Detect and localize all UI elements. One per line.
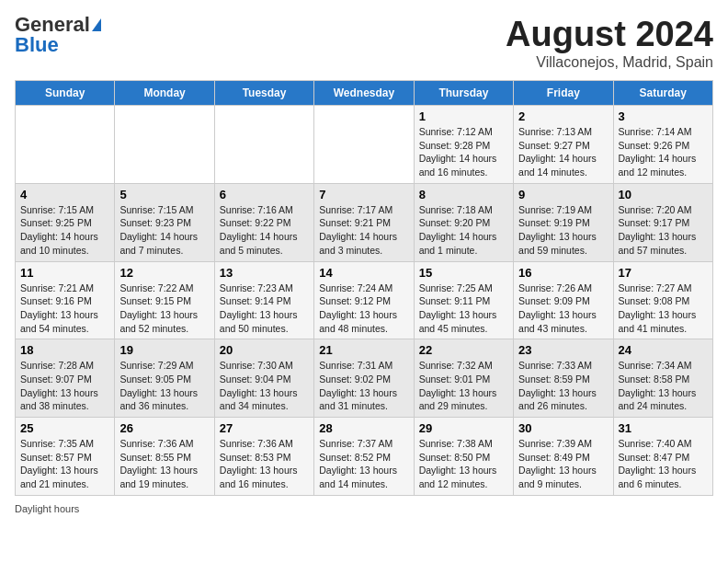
logo-general-text: General — [15, 15, 90, 35]
calendar-week-row: 1Sunrise: 7:12 AM Sunset: 9:28 PM Daylig… — [16, 106, 713, 184]
day-content: Sunrise: 7:20 AM Sunset: 9:17 PM Dayligh… — [619, 203, 708, 258]
calendar-cell: 1Sunrise: 7:12 AM Sunset: 9:28 PM Daylig… — [414, 106, 513, 184]
day-number: 13 — [220, 266, 309, 280]
day-number: 18 — [20, 343, 109, 357]
calendar-table: SundayMondayTuesdayWednesdayThursdayFrid… — [15, 80, 713, 496]
day-content: Sunrise: 7:18 AM Sunset: 9:20 PM Dayligh… — [419, 203, 508, 258]
day-content: Sunrise: 7:34 AM Sunset: 8:58 PM Dayligh… — [619, 359, 708, 413]
day-number: 31 — [619, 421, 708, 435]
calendar-cell: 5Sunrise: 7:15 AM Sunset: 9:23 PM Daylig… — [115, 183, 214, 261]
logo-blue-text: Blue — [15, 35, 59, 55]
calendar-cell: 25Sunrise: 7:35 AM Sunset: 8:57 PM Dayli… — [16, 418, 115, 496]
calendar-cell: 14Sunrise: 7:24 AM Sunset: 9:12 PM Dayli… — [314, 261, 414, 339]
calendar-cell: 13Sunrise: 7:23 AM Sunset: 9:14 PM Dayli… — [214, 261, 313, 339]
day-number: 27 — [220, 421, 309, 435]
day-number: 15 — [419, 266, 508, 280]
day-content: Sunrise: 7:16 AM Sunset: 9:22 PM Dayligh… — [220, 203, 309, 258]
day-number: 29 — [419, 421, 508, 435]
day-number: 19 — [119, 343, 209, 357]
calendar-cell: 3Sunrise: 7:14 AM Sunset: 9:26 PM Daylig… — [613, 106, 712, 184]
day-number: 20 — [220, 343, 309, 357]
calendar-cell: 6Sunrise: 7:16 AM Sunset: 9:22 PM Daylig… — [214, 183, 313, 261]
calendar-cell — [314, 106, 414, 184]
day-number: 24 — [619, 343, 708, 357]
weekday-header-thursday: Thursday — [414, 81, 513, 106]
day-content: Sunrise: 7:15 AM Sunset: 9:25 PM Dayligh… — [20, 203, 109, 258]
calendar-cell: 12Sunrise: 7:22 AM Sunset: 9:15 PM Dayli… — [115, 261, 214, 339]
calendar-cell: 4Sunrise: 7:15 AM Sunset: 9:25 PM Daylig… — [16, 183, 115, 261]
day-number: 28 — [319, 421, 408, 435]
day-number: 2 — [518, 109, 608, 123]
day-number: 5 — [119, 188, 209, 201]
weekday-header-row: SundayMondayTuesdayWednesdayThursdayFrid… — [16, 81, 713, 106]
day-number: 26 — [119, 421, 209, 435]
day-content: Sunrise: 7:23 AM Sunset: 9:14 PM Dayligh… — [220, 282, 309, 336]
logo-triangle-icon — [92, 18, 101, 31]
day-content: Sunrise: 7:13 AM Sunset: 9:27 PM Dayligh… — [518, 125, 608, 179]
calendar-week-row: 18Sunrise: 7:28 AM Sunset: 9:07 PM Dayli… — [16, 339, 713, 418]
calendar-cell — [16, 106, 115, 184]
day-content: Sunrise: 7:30 AM Sunset: 9:04 PM Dayligh… — [220, 359, 309, 413]
weekday-header-monday: Monday — [115, 81, 214, 106]
day-number: 11 — [20, 266, 109, 280]
day-content: Sunrise: 7:15 AM Sunset: 9:23 PM Dayligh… — [119, 203, 209, 258]
calendar-cell — [214, 106, 313, 184]
header: General Blue August 2024 Villaconejos, M… — [15, 15, 713, 71]
day-number: 8 — [419, 188, 508, 201]
calendar-cell: 21Sunrise: 7:31 AM Sunset: 9:02 PM Dayli… — [314, 339, 414, 418]
day-content: Sunrise: 7:31 AM Sunset: 9:02 PM Dayligh… — [319, 359, 408, 413]
calendar-cell: 16Sunrise: 7:26 AM Sunset: 9:09 PM Dayli… — [514, 261, 613, 339]
weekday-header-tuesday: Tuesday — [214, 81, 313, 106]
calendar-cell: 27Sunrise: 7:36 AM Sunset: 8:53 PM Dayli… — [214, 418, 313, 496]
calendar-cell: 10Sunrise: 7:20 AM Sunset: 9:17 PM Dayli… — [613, 183, 712, 261]
day-number: 22 — [419, 343, 508, 357]
day-content: Sunrise: 7:40 AM Sunset: 8:47 PM Dayligh… — [619, 437, 708, 491]
day-number: 4 — [20, 188, 109, 201]
calendar-cell: 26Sunrise: 7:36 AM Sunset: 8:55 PM Dayli… — [115, 418, 214, 496]
day-number: 25 — [20, 421, 109, 435]
calendar-cell — [115, 106, 214, 184]
day-content: Sunrise: 7:24 AM Sunset: 9:12 PM Dayligh… — [319, 282, 408, 336]
calendar-week-row: 4Sunrise: 7:15 AM Sunset: 9:25 PM Daylig… — [16, 183, 713, 261]
calendar-cell: 20Sunrise: 7:30 AM Sunset: 9:04 PM Dayli… — [214, 339, 313, 418]
calendar-cell: 17Sunrise: 7:27 AM Sunset: 9:08 PM Dayli… — [613, 261, 712, 339]
calendar-cell: 19Sunrise: 7:29 AM Sunset: 9:05 PM Dayli… — [115, 339, 214, 418]
day-number: 7 — [319, 188, 408, 201]
calendar-cell: 15Sunrise: 7:25 AM Sunset: 9:11 PM Dayli… — [414, 261, 513, 339]
logo: General Blue — [15, 15, 101, 55]
day-number: 16 — [518, 266, 608, 280]
day-number: 14 — [319, 266, 408, 280]
calendar-cell: 11Sunrise: 7:21 AM Sunset: 9:16 PM Dayli… — [16, 261, 115, 339]
calendar-cell: 28Sunrise: 7:37 AM Sunset: 8:52 PM Dayli… — [314, 418, 414, 496]
calendar-cell: 23Sunrise: 7:33 AM Sunset: 8:59 PM Dayli… — [514, 339, 613, 418]
subtitle: Villaconejos, Madrid, Spain — [506, 54, 713, 71]
day-number: 17 — [619, 266, 708, 280]
day-content: Sunrise: 7:32 AM Sunset: 9:01 PM Dayligh… — [419, 359, 508, 413]
day-content: Sunrise: 7:39 AM Sunset: 8:49 PM Dayligh… — [518, 437, 608, 491]
day-content: Sunrise: 7:36 AM Sunset: 8:53 PM Dayligh… — [220, 437, 309, 491]
calendar-week-row: 11Sunrise: 7:21 AM Sunset: 9:16 PM Dayli… — [16, 261, 713, 339]
calendar-cell: 7Sunrise: 7:17 AM Sunset: 9:21 PM Daylig… — [314, 183, 414, 261]
day-content: Sunrise: 7:37 AM Sunset: 8:52 PM Dayligh… — [319, 437, 408, 491]
day-number: 12 — [119, 266, 209, 280]
day-content: Sunrise: 7:22 AM Sunset: 9:15 PM Dayligh… — [119, 282, 209, 336]
weekday-header-friday: Friday — [514, 81, 613, 106]
day-content: Sunrise: 7:19 AM Sunset: 9:19 PM Dayligh… — [518, 203, 608, 258]
calendar-cell: 2Sunrise: 7:13 AM Sunset: 9:27 PM Daylig… — [514, 106, 613, 184]
day-content: Sunrise: 7:33 AM Sunset: 8:59 PM Dayligh… — [518, 359, 608, 413]
day-number: 3 — [619, 109, 708, 123]
weekday-header-sunday: Sunday — [16, 81, 115, 106]
day-content: Sunrise: 7:27 AM Sunset: 9:08 PM Dayligh… — [619, 282, 708, 336]
calendar-week-row: 25Sunrise: 7:35 AM Sunset: 8:57 PM Dayli… — [16, 418, 713, 496]
day-content: Sunrise: 7:29 AM Sunset: 9:05 PM Dayligh… — [119, 359, 209, 413]
day-number: 23 — [518, 343, 608, 357]
calendar-cell: 8Sunrise: 7:18 AM Sunset: 9:20 PM Daylig… — [414, 183, 513, 261]
day-number: 10 — [619, 188, 708, 201]
day-number: 21 — [319, 343, 408, 357]
calendar-cell: 29Sunrise: 7:38 AM Sunset: 8:50 PM Dayli… — [414, 418, 513, 496]
day-content: Sunrise: 7:36 AM Sunset: 8:55 PM Dayligh… — [119, 437, 209, 491]
day-content: Sunrise: 7:21 AM Sunset: 9:16 PM Dayligh… — [20, 282, 109, 336]
day-number: 6 — [220, 188, 309, 201]
main-title: August 2024 — [506, 15, 713, 54]
day-content: Sunrise: 7:35 AM Sunset: 8:57 PM Dayligh… — [20, 437, 109, 491]
